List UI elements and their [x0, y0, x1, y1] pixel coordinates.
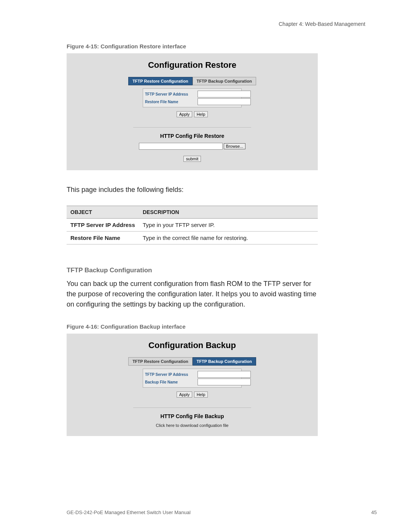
form-row-ip: TFTP Server IP Address — [144, 371, 240, 378]
button-row: Apply Help — [67, 110, 318, 117]
apply-button[interactable]: Apply — [177, 111, 193, 117]
tab-tftp-backup[interactable]: TFTP Backup Configuration — [193, 77, 256, 85]
table-row: TFTP Server IP Address Type in your TFTP… — [67, 219, 318, 232]
section-heading: TFTP Backup Configuration — [67, 267, 377, 274]
cell-object: Restore File Name — [67, 232, 139, 244]
submit-row: submit — [67, 155, 318, 162]
submit-button[interactable]: submit — [183, 156, 201, 162]
help-button[interactable]: Help — [194, 391, 208, 398]
input-backup-file[interactable] — [198, 379, 251, 385]
http-restore-title: HTTP Config File Restore — [67, 133, 318, 139]
file-path-input[interactable] — [139, 143, 223, 150]
form-box: TFTP Server IP Address Restore File Name — [143, 88, 242, 107]
intro-text: This page includes the following fields: — [67, 185, 377, 195]
form-row-ip: TFTP Server IP Address — [144, 91, 240, 97]
label-tftp-ip: TFTP Server IP Address — [144, 372, 198, 377]
browse-button[interactable]: Browse... — [224, 143, 246, 149]
input-restore-file[interactable] — [198, 98, 251, 105]
fields-table: Object Description TFTP Server IP Addres… — [67, 206, 318, 244]
table-row: Restore File Name Type in the correct fi… — [67, 232, 318, 244]
tab-tftp-restore[interactable]: TFTP Restore Configuration — [128, 357, 192, 366]
http-backup-title: HTTP Config File Backup — [67, 413, 318, 419]
cell-desc: Type in the correct file name for restor… — [139, 232, 318, 244]
tab-tftp-backup[interactable]: TFTP Backup Configuration — [193, 357, 256, 366]
panel-title: Configuration Backup — [67, 340, 318, 350]
file-row: Browse... — [67, 143, 318, 150]
form-row-file: Restore File Name — [144, 98, 240, 105]
label-backup-file: Backup File Name — [144, 380, 198, 384]
cell-object: TFTP Server IP Address — [67, 219, 139, 232]
label-restore-file: Restore File Name — [144, 100, 198, 104]
th-description: Description — [139, 206, 318, 219]
input-tftp-ip[interactable] — [198, 91, 251, 97]
panel-title: Configuration Restore — [67, 60, 318, 70]
label-tftp-ip: TFTP Server IP Address — [144, 92, 198, 96]
config-backup-panel: Configuration Backup TFTP Restore Config… — [67, 334, 318, 436]
input-tftp-ip[interactable] — [198, 371, 251, 378]
download-link[interactable]: Click here to download configuation file — [67, 423, 318, 428]
figure-caption-1: Figure 4-15: Configuration Restore inter… — [67, 43, 377, 50]
button-row: Apply Help — [67, 391, 318, 398]
config-restore-panel: Configuration Restore TFTP Restore Confi… — [67, 53, 318, 170]
divider — [133, 127, 251, 128]
tab-row: TFTP Restore Configuration TFTP Backup C… — [67, 77, 318, 85]
tab-tftp-restore[interactable]: TFTP Restore Configuration — [128, 77, 192, 85]
apply-button[interactable]: Apply — [177, 391, 193, 398]
tab-row: TFTP Restore Configuration TFTP Backup C… — [67, 357, 318, 366]
cell-desc: Type in your TFTP server IP. — [139, 219, 318, 232]
figure-caption-2: Figure 4-16: Configuration Backup interf… — [67, 323, 377, 330]
footer-left: GE-DS-242-PoE Managed Ethernet Switch Us… — [67, 510, 191, 515]
section-body: You can back up the current configuratio… — [67, 279, 318, 310]
divider — [133, 407, 251, 408]
th-object: Object — [67, 206, 139, 219]
footer-page-number: 45 — [371, 510, 377, 515]
help-button[interactable]: Help — [194, 111, 208, 117]
page-footer: GE-DS-242-PoE Managed Ethernet Switch Us… — [67, 510, 377, 515]
form-box: TFTP Server IP Address Backup File Name — [143, 369, 242, 388]
chapter-header: Chapter 4: Web-Based Management — [67, 21, 377, 27]
form-row-file: Backup File Name — [144, 379, 240, 385]
